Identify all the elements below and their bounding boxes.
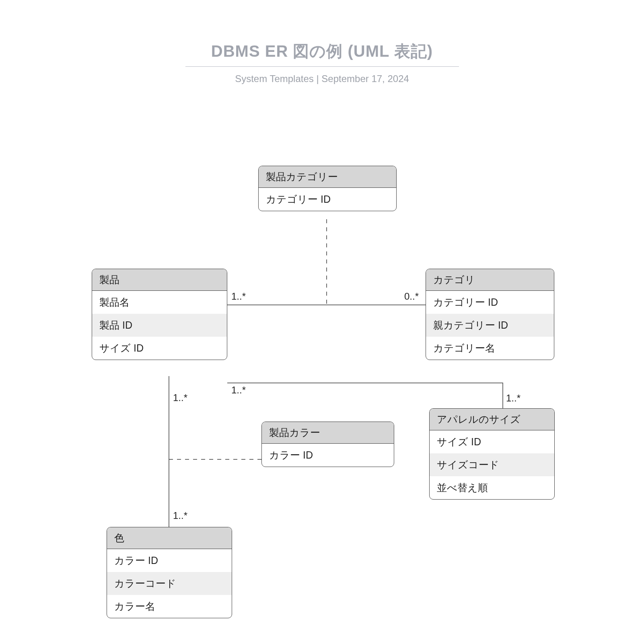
entity-product-category: 製品カテゴリー カテゴリー ID xyxy=(258,166,397,211)
entity-header: カテゴリ xyxy=(426,269,554,291)
entity-row: カラー ID xyxy=(262,444,394,467)
entity-header: 製品カラー xyxy=(262,422,394,444)
entity-header: アパレルのサイズ xyxy=(430,409,554,430)
entity-row: 親カテゴリー ID xyxy=(426,314,554,337)
multiplicity-label: 1..* xyxy=(506,393,521,404)
entity-header: 製品カテゴリー xyxy=(259,166,396,188)
entity-apparel-size: アパレルのサイズ サイズ ID サイズコード 並べ替え順 xyxy=(429,408,555,500)
entity-row: カラー名 xyxy=(107,595,232,618)
entity-row: 並べ替え順 xyxy=(430,476,554,499)
entity-row: 製品名 xyxy=(92,291,227,314)
entity-row: カテゴリー ID xyxy=(259,188,396,211)
entity-row: カテゴリー名 xyxy=(426,337,554,360)
entity-color: 色 カラー ID カラーコード カラー名 xyxy=(107,527,232,618)
entity-product: 製品 製品名 製品 ID サイズ ID xyxy=(92,269,227,360)
multiplicity-label: 0..* xyxy=(404,291,419,302)
entity-row: カラー ID xyxy=(107,549,232,572)
multiplicity-label: 1..* xyxy=(231,291,246,302)
entity-row: サイズ ID xyxy=(430,430,554,453)
entity-header: 製品 xyxy=(92,269,227,291)
multiplicity-label: 1..* xyxy=(173,392,187,403)
entity-row: 製品 ID xyxy=(92,314,227,337)
multiplicity-label: 1..* xyxy=(173,510,187,521)
entity-header: 色 xyxy=(107,527,232,549)
entity-product-color: 製品カラー カラー ID xyxy=(261,422,394,467)
entity-row: カテゴリー ID xyxy=(426,291,554,314)
entity-row: サイズ ID xyxy=(92,337,227,360)
entity-category: カテゴリ カテゴリー ID 親カテゴリー ID カテゴリー名 xyxy=(426,269,554,360)
entity-row: カラーコード xyxy=(107,572,232,595)
entity-row: サイズコード xyxy=(430,453,554,476)
multiplicity-label: 1..* xyxy=(231,385,246,396)
